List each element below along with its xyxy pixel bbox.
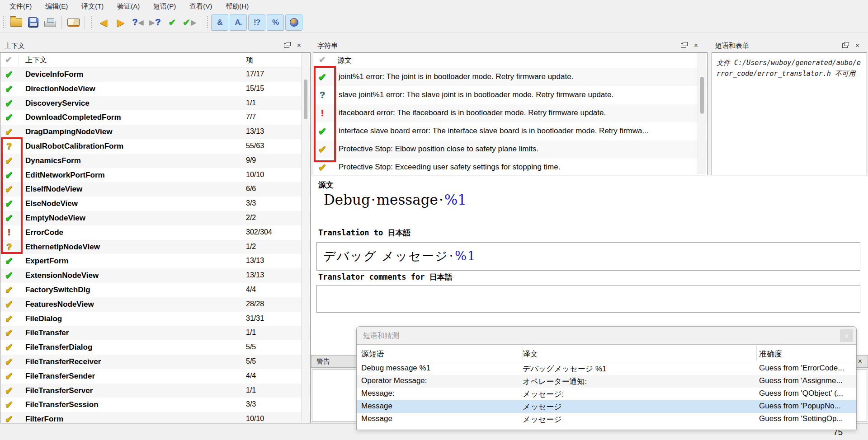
toolbar-drag-handle[interactable] xyxy=(3,16,5,29)
context-dock-title: 上下文 × xyxy=(0,39,311,52)
context-scrollbar[interactable] xyxy=(301,53,309,422)
menu-a[interactable]: 验证(A) xyxy=(110,0,146,13)
context-row-FileTransfer[interactable]: ✔FileTransfer1/1 xyxy=(0,326,310,340)
context-row-DeviceInfoForm[interactable]: ✔DeviceInfoForm17/17 xyxy=(0,67,310,82)
done-green-icon: ✔ xyxy=(2,112,16,123)
strings-close-button[interactable]: × xyxy=(691,40,701,51)
done-yellow-icon: ✔ xyxy=(2,414,16,423)
strings-scrollbar[interactable] xyxy=(698,53,706,174)
context-item-count: 13/13 xyxy=(246,257,264,265)
string-row-5[interactable]: ✔Protective Stop: Elbow position close t… xyxy=(313,140,707,159)
context-row-ExtensionNodeView[interactable]: ✔ExtensionNodeView13/13 xyxy=(0,268,310,283)
guess-translation: メッセージ: xyxy=(523,389,564,399)
prev-unfinished-button[interactable]: ?◀ xyxy=(129,14,146,31)
toolbar-drag-handle[interactable] xyxy=(90,16,93,29)
guess-row-4[interactable]: MessageメッセージGuess from 'PopupNo... xyxy=(357,400,856,413)
context-row-DiscoveryService[interactable]: ✔DiscoveryService1/1 xyxy=(0,96,310,111)
context-row-ElseNodeView[interactable]: ✔ElseNodeView3/3 xyxy=(0,197,310,211)
menu-e[interactable]: 编辑(E) xyxy=(38,0,75,13)
phrasebook-button[interactable] xyxy=(65,14,82,31)
context-row-FileTransferDialog[interactable]: ✔FileTransferDialog5/5 xyxy=(0,340,310,355)
context-row-FileTransferSession[interactable]: ✔FileTransferSession3/3 xyxy=(0,398,310,412)
string-row-6[interactable]: ✔Protective Stop: Exceeding user safety … xyxy=(313,159,707,175)
context-row-DualRobotCalibrationForm[interactable]: ?DualRobotCalibrationForm55/63 xyxy=(0,139,310,154)
open-file-button[interactable] xyxy=(7,14,24,31)
strings-float-button[interactable] xyxy=(678,40,689,51)
toggle-accelerators-button[interactable]: & xyxy=(211,14,228,31)
menu-p[interactable]: 短语(P) xyxy=(146,0,183,13)
guess-row-3[interactable]: Message:メッセージ:Guess from 'QObject' (... xyxy=(357,388,856,400)
context-row-FactorySwitchDlg[interactable]: ✔FactorySwitchDlg4/4 xyxy=(0,283,310,297)
strings-scrollbar-thumb[interactable] xyxy=(700,77,704,114)
string-row-1[interactable]: ✔joint%1 error: The joint is in bootload… xyxy=(313,68,707,86)
context-row-ExpertForm[interactable]: ✔ExpertForm13/13 xyxy=(0,254,310,268)
context-row-DirectionNodeView[interactable]: ✔DirectionNodeView15/15 xyxy=(0,82,310,96)
guesses-titlebar[interactable]: 短语和猜测 × xyxy=(357,327,856,345)
done-green-icon: ✔ xyxy=(2,270,16,281)
next-unfinished-button[interactable]: ▶? xyxy=(146,14,164,31)
context-name: DiscoveryService xyxy=(25,99,90,108)
source-column-header: 源文 xyxy=(337,56,352,66)
context-row-ErrorCode[interactable]: !ErrorCode302/304 xyxy=(0,225,310,240)
menu-t[interactable]: 译文(T) xyxy=(75,0,110,13)
source-string: Protective Stop: Elbow position close to… xyxy=(339,145,538,154)
guess-translation: メッセージ xyxy=(523,402,562,412)
context-item-count: 1/2 xyxy=(246,243,256,251)
context-row-EditNetworkPortForm[interactable]: ✔EditNetworkPortForm10/10 xyxy=(0,168,310,183)
context-name: DeviceInfoForm xyxy=(25,70,83,79)
toggle-place-markers-button[interactable]: % xyxy=(267,14,284,31)
toolbar-drag-handle[interactable] xyxy=(207,16,209,29)
toggle-guesses-ball-button[interactable] xyxy=(285,14,302,31)
guesses-close-button[interactable]: × xyxy=(840,329,853,342)
done-yellow-icon: ✔ xyxy=(316,162,329,173)
context-row-DynamicsForm[interactable]: ✔DynamicsForm9/9 xyxy=(0,154,310,168)
toggle-ending-punctuation-button[interactable]: A. xyxy=(230,14,247,31)
menu-f[interactable]: 文件(F) xyxy=(3,0,38,13)
menu-h[interactable]: 帮助(H) xyxy=(219,0,255,13)
context-row-FilterForm[interactable]: ✔FilterForm10/10 xyxy=(0,412,310,423)
source-text-label: 源文 xyxy=(318,180,334,190)
context-scrollbar-thumb[interactable] xyxy=(304,80,307,119)
context-row-ElseIfNodeView[interactable]: ✔ElseIfNodeView6/6 xyxy=(0,182,310,197)
phrases-float-button[interactable] xyxy=(840,40,850,51)
guess-row-5[interactable]: MessageメッセージGuess from 'SettingOp... xyxy=(357,413,856,426)
context-list-header[interactable]: ✔ 上下文 项 xyxy=(0,53,310,67)
prev-button[interactable]: ◀ xyxy=(95,14,112,31)
annotation-box-context-icons xyxy=(1,137,23,254)
translator-comments-input[interactable] xyxy=(316,285,860,313)
guess-row-2[interactable]: Operator Message:オペレーター通知:Guess from 'As… xyxy=(357,375,856,388)
string-row-4[interactable]: ✔interface slave board error: The interf… xyxy=(313,122,707,140)
save-button[interactable] xyxy=(24,14,42,31)
done-and-next-unfinished-button[interactable]: ✔▶ xyxy=(181,14,198,31)
context-name: FileDialog xyxy=(25,314,62,323)
context-row-FileDialog[interactable]: ✔FileDialog31/31 xyxy=(0,312,310,326)
string-row-2[interactable]: ?slave joint%1 error: The slave joint is… xyxy=(313,86,707,104)
strings-list-header[interactable]: ✔ 源文 xyxy=(313,53,707,68)
context-close-button[interactable]: × xyxy=(294,40,304,51)
context-row-FileTransferServer[interactable]: ✔FileTransferServer1/1 xyxy=(0,384,310,398)
context-item-count: 10/10 xyxy=(246,171,264,179)
context-row-EmptyNodeView[interactable]: ✔EmptyNodeView2/2 xyxy=(0,211,310,225)
phrases-close-button[interactable]: × xyxy=(852,40,863,51)
context-row-DownloadCompletedForm[interactable]: ✔DownloadCompletedForm7/7 xyxy=(0,110,310,125)
guess-translation: オペレーター通知: xyxy=(523,376,587,387)
context-name: FilterForm xyxy=(25,415,63,423)
next-button[interactable]: ▶ xyxy=(112,14,129,31)
context-row-EthernetIpNodeView[interactable]: ?EthernetIpNodeView1/2 xyxy=(0,240,310,254)
guess-row-1[interactable]: Debug message %1デバッグメッセージ %1Guess from '… xyxy=(357,362,856,375)
warnings-dock-title-label: 警告 xyxy=(316,357,330,366)
context-row-FileTransferReceiver[interactable]: ✔FileTransferReceiver5/5 xyxy=(0,355,310,369)
menu-v[interactable]: 查看(V) xyxy=(183,0,219,13)
string-row-3[interactable]: !ifaceboard error: The ifaceboard is in … xyxy=(313,104,707,122)
context-row-FileTransferSender[interactable]: ✔FileTransferSender4/4 xyxy=(0,369,310,384)
context-row-FeaturesNodeView[interactable]: ✔FeaturesNodeView28/28 xyxy=(0,297,310,312)
context-name: DownloadCompletedForm xyxy=(25,113,121,122)
guess-accuracy: Guess from 'Assignme... xyxy=(759,376,843,385)
done-and-next-button[interactable]: ✔ xyxy=(164,14,181,31)
print-button[interactable] xyxy=(42,14,59,31)
context-row-DragDampingNodeView[interactable]: ✔DragDampingNodeView13/13 xyxy=(0,125,310,139)
translation-input[interactable]: デバッグ メッセージ·%1 xyxy=(316,242,860,271)
phrases-guesses-window: 短语和猜测 × 源短语 译文 准确度 Debug message %1デバッグメ… xyxy=(356,326,857,430)
context-float-button[interactable] xyxy=(281,40,292,51)
toggle-phrase-matches-button[interactable]: !? xyxy=(248,14,265,31)
